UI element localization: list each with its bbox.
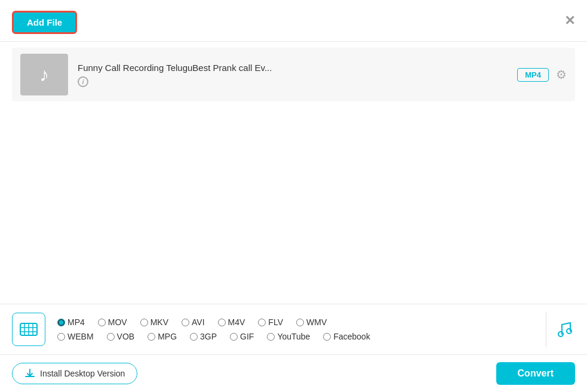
format-avi[interactable]: AVI — [182, 317, 205, 327]
format-label-gif: GIF — [240, 332, 254, 341]
format-vob[interactable]: VOB — [107, 332, 135, 341]
format-mov[interactable]: MOV — [98, 317, 127, 327]
settings-icon[interactable]: ⚙ — [556, 67, 567, 82]
format-youtube[interactable]: YouTube — [267, 332, 310, 341]
format-divider — [546, 311, 546, 347]
format-label-m4v: M4V — [228, 317, 245, 327]
format-gif[interactable]: GIF — [230, 332, 254, 341]
file-thumbnail: ♪ — [20, 54, 68, 95]
top-bar: Add File ✕ — [0, 0, 587, 42]
convert-button[interactable]: Convert — [496, 362, 575, 385]
format-row-2: WEBM VOB MPG 3GP GIF — [57, 332, 536, 341]
content-area — [0, 112, 587, 291]
close-button[interactable]: ✕ — [564, 13, 575, 29]
format-label-facebook: Facebook — [333, 332, 370, 341]
format-3gp[interactable]: 3GP — [190, 332, 217, 341]
file-name: Funny Call Recording TeluguBest Prank ca… — [78, 63, 508, 73]
install-label: Install Desktop Version — [40, 369, 125, 378]
radio-youtube[interactable] — [267, 333, 275, 341]
format-webm[interactable]: WEBM — [57, 332, 94, 341]
format-label-avi: AVI — [192, 317, 205, 327]
format-wmv[interactable]: WMV — [296, 317, 327, 327]
radio-mp4[interactable] — [57, 319, 65, 326]
format-facebook[interactable]: Facebook — [323, 332, 370, 341]
radio-facebook[interactable] — [323, 333, 331, 341]
format-flv[interactable]: FLV — [258, 317, 283, 327]
radio-avi[interactable] — [182, 319, 189, 326]
format-label-mov: MOV — [108, 317, 127, 327]
format-label-flv: FLV — [268, 317, 283, 327]
format-label-youtube: YouTube — [277, 332, 310, 341]
file-actions: MP4 ⚙ — [517, 67, 567, 82]
install-desktop-button[interactable]: Install Desktop Version — [12, 363, 137, 384]
format-label-mpg: MPG — [158, 332, 177, 341]
radio-wmv[interactable] — [296, 319, 304, 326]
format-label-mp4: MP4 — [67, 317, 85, 327]
format-label-3gp: 3GP — [200, 332, 217, 341]
format-label-vob: VOB — [117, 332, 135, 341]
format-label-webm: WEBM — [67, 332, 94, 341]
file-list: ♪ Funny Call Recording TeluguBest Prank … — [0, 42, 587, 112]
video-format-tab[interactable] — [12, 313, 45, 346]
radio-webm[interactable] — [57, 333, 65, 341]
radio-gif[interactable] — [230, 333, 238, 341]
radio-mpg[interactable] — [147, 333, 155, 341]
music-icon: ♪ — [39, 64, 49, 86]
radio-mov[interactable] — [98, 319, 106, 326]
info-icon[interactable]: i — [78, 76, 88, 87]
action-bar: Install Desktop Version Convert — [0, 355, 587, 392]
radio-m4v[interactable] — [218, 319, 226, 326]
format-m4v[interactable]: M4V — [218, 317, 245, 327]
format-mp4[interactable]: MP4 — [57, 317, 85, 327]
bottom-panel: MP4 MOV MKV AVI M4V — [0, 304, 587, 392]
file-info: Funny Call Recording TeluguBest Prank ca… — [78, 63, 508, 87]
audio-format-tab[interactable] — [556, 320, 575, 339]
add-file-button[interactable]: Add File — [12, 11, 77, 34]
format-options: MP4 MOV MKV AVI M4V — [57, 317, 536, 341]
file-item: ♪ Funny Call Recording TeluguBest Prank … — [12, 48, 575, 101]
radio-3gp[interactable] — [190, 333, 198, 341]
download-icon — [24, 368, 35, 379]
format-bar: MP4 MOV MKV AVI M4V — [0, 304, 587, 355]
format-mkv[interactable]: MKV — [140, 317, 168, 327]
radio-flv[interactable] — [258, 319, 266, 326]
radio-vob[interactable] — [107, 333, 115, 341]
format-label-mkv: MKV — [150, 317, 168, 327]
format-badge[interactable]: MP4 — [517, 68, 549, 82]
format-label-wmv: WMV — [306, 317, 327, 327]
radio-mkv[interactable] — [140, 319, 148, 326]
format-row-1: MP4 MOV MKV AVI M4V — [57, 317, 536, 327]
format-mpg[interactable]: MPG — [147, 332, 177, 341]
